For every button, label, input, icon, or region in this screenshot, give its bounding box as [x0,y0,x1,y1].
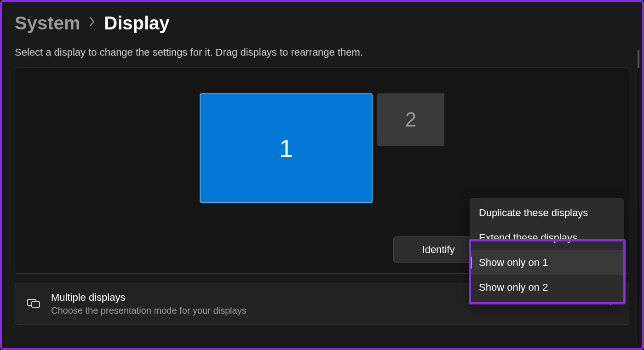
projection-mode-dropdown: Duplicate these displays Extend these di… [470,198,624,303]
scrollbar[interactable] [638,50,639,343]
breadcrumb-current: Display [104,13,169,34]
dropdown-item-duplicate[interactable]: Duplicate these displays [470,201,624,225]
displays-icon [26,296,41,312]
monitor-1[interactable]: 1 [200,93,373,203]
breadcrumb-parent-link[interactable]: System [15,13,80,34]
monitor-2[interactable]: 2 [377,93,444,146]
dropdown-item-extend[interactable]: Extend these displays [470,225,624,250]
instruction-text: Select a display to change the settings … [15,46,629,58]
dropdown-item-show-only-1[interactable]: Show only on 1 [470,250,624,275]
svg-rect-1 [32,302,40,307]
display-canvas: 1 2 [15,93,629,203]
chevron-right-icon [88,16,96,31]
row-subtitle: Choose the presentation mode for your di… [51,305,618,316]
display-arrangement-panel: 1 2 Identify Duplicate these displays Ex… [15,68,629,274]
breadcrumb: System Display [15,13,629,34]
scrollbar-thumb[interactable] [638,50,639,68]
dropdown-item-show-only-2[interactable]: Show only on 2 [470,275,624,300]
